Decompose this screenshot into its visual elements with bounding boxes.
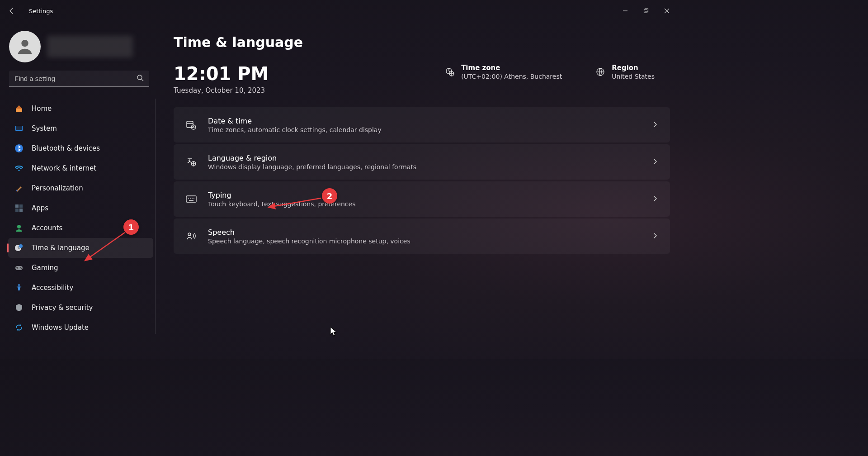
sidebar-item-bluetooth[interactable]: Bluetooth & devices — [8, 138, 153, 158]
maximize-icon — [643, 8, 649, 14]
settings-cards: Date & time Time zones, automatic clock … — [174, 107, 670, 254]
chevron-right-icon — [652, 195, 658, 204]
sidebar-item-label: Privacy & security — [32, 304, 93, 312]
back-button[interactable] — [6, 5, 17, 16]
shield-icon — [14, 303, 24, 312]
person-icon — [15, 37, 35, 57]
bluetooth-icon — [14, 144, 24, 153]
clock-block: 12:01 PM Tuesday, October 10, 2023 — [174, 64, 269, 95]
sidebar-item-label: System — [32, 124, 57, 133]
search-icon — [137, 74, 144, 83]
svg-rect-11 — [19, 209, 23, 212]
svg-point-12 — [17, 225, 21, 228]
minimize-button[interactable] — [615, 4, 636, 18]
timezone-value: (UTC+02:00) Athens, Bucharest — [461, 73, 562, 80]
maximize-button[interactable] — [636, 4, 656, 18]
card-date-time[interactable]: Date & time Time zones, automatic clock … — [174, 107, 670, 142]
clock-date: Tuesday, October 10, 2023 — [174, 86, 269, 95]
svg-rect-1 — [645, 9, 648, 12]
annotation-badge-1: 1 — [123, 219, 139, 235]
region-value: United States — [612, 73, 655, 80]
sidebar-item-label: Accessibility — [32, 284, 73, 292]
sidebar-item-privacy[interactable]: Privacy & security — [8, 298, 153, 318]
region-label: Region — [612, 64, 655, 72]
sidebar-item-label: Personalization — [32, 184, 83, 192]
sidebar-item-accessibility[interactable]: Accessibility — [8, 278, 153, 298]
sidebar-item-time-language[interactable]: Time & language — [8, 238, 153, 258]
svg-rect-25 — [186, 196, 196, 202]
mouse-cursor — [330, 327, 337, 338]
search-field[interactable] — [9, 71, 149, 87]
sidebar-item-network[interactable]: Network & internet — [8, 158, 153, 178]
minimize-icon — [623, 8, 628, 14]
speech-icon — [185, 230, 197, 242]
svg-point-14 — [19, 244, 23, 248]
system-icon — [14, 124, 24, 133]
clock-globe-small-icon — [445, 67, 455, 77]
annotation-badge-2-text: 2 — [327, 191, 333, 201]
sidebar-item-label: Time & language — [32, 244, 90, 252]
card-title: Speech — [208, 228, 410, 237]
svg-point-6 — [15, 144, 23, 152]
profile-block[interactable] — [0, 30, 158, 71]
avatar — [9, 31, 41, 62]
svg-point-2 — [21, 40, 28, 47]
card-speech[interactable]: Speech Speech language, speech recogniti… — [174, 218, 670, 254]
chevron-right-icon — [652, 158, 658, 166]
gaming-icon — [14, 263, 24, 272]
svg-rect-22 — [187, 121, 193, 128]
svg-point-16 — [20, 267, 21, 269]
sidebar-item-apps[interactable]: Apps — [8, 198, 153, 218]
svg-rect-9 — [19, 204, 23, 208]
globe-icon — [595, 67, 605, 77]
titlebar: Settings — [0, 0, 684, 22]
card-sub: Time zones, automatic clock settings, ca… — [208, 126, 382, 133]
main-content: Time & language 12:01 PM Tuesday, Octobe… — [158, 22, 684, 359]
clock-globe-icon — [14, 243, 24, 252]
language-globe-icon — [185, 156, 197, 168]
sidebar-item-label: Home — [32, 104, 52, 113]
back-arrow-icon — [8, 7, 15, 14]
sidebar-item-windows-update[interactable]: Windows Update — [8, 318, 153, 337]
sidebar-item-label: Bluetooth & devices — [32, 144, 100, 152]
close-button[interactable] — [656, 4, 677, 18]
account-icon — [14, 223, 24, 233]
svg-rect-10 — [15, 209, 19, 212]
card-title: Date & time — [208, 117, 382, 125]
sidebar-item-home[interactable]: Home — [8, 99, 153, 119]
timezone-label: Time zone — [461, 64, 562, 72]
update-icon — [14, 323, 24, 332]
annotation-badge-1-text: 1 — [128, 223, 134, 232]
chevron-right-icon — [652, 121, 658, 129]
sidebar-item-label: Gaming — [32, 264, 58, 272]
card-sub: Windows display language, preferred lang… — [208, 163, 416, 171]
svg-point-26 — [188, 233, 191, 236]
page-title: Time & language — [174, 34, 670, 50]
search-input[interactable] — [14, 75, 137, 82]
annotation-badge-2: 2 — [322, 188, 337, 204]
card-title: Language & region — [208, 154, 416, 162]
close-icon — [664, 8, 670, 14]
svg-rect-5 — [16, 126, 22, 130]
timezone-chip[interactable]: Time zone (UTC+02:00) Athens, Bucharest — [445, 64, 562, 80]
sidebar-item-gaming[interactable]: Gaming — [8, 258, 153, 278]
svg-point-17 — [21, 268, 22, 270]
region-chip[interactable]: Region United States — [595, 64, 655, 80]
svg-rect-0 — [644, 10, 647, 13]
card-language-region[interactable]: Language & region Windows display langua… — [174, 144, 670, 180]
sidebar-item-label: Windows Update — [32, 323, 89, 332]
sidebar-item-system[interactable]: System — [8, 119, 153, 138]
svg-rect-8 — [15, 204, 19, 208]
nav: Home System Bluetooth & devices Network … — [0, 95, 158, 334]
card-sub: Speech language, speech recognition micr… — [208, 238, 410, 245]
calendar-clock-icon — [185, 119, 197, 131]
svg-point-7 — [18, 170, 19, 171]
sidebar: Home System Bluetooth & devices Network … — [0, 22, 158, 359]
sidebar-item-label: Accounts — [32, 224, 62, 232]
accessibility-icon — [14, 283, 24, 292]
sidebar-item-label: Network & internet — [32, 164, 96, 172]
sidebar-item-personalization[interactable]: Personalization — [8, 178, 153, 198]
keyboard-icon — [185, 193, 197, 205]
svg-point-18 — [18, 284, 20, 286]
card-typing[interactable]: Typing Touch keyboard, text suggestions,… — [174, 181, 670, 217]
